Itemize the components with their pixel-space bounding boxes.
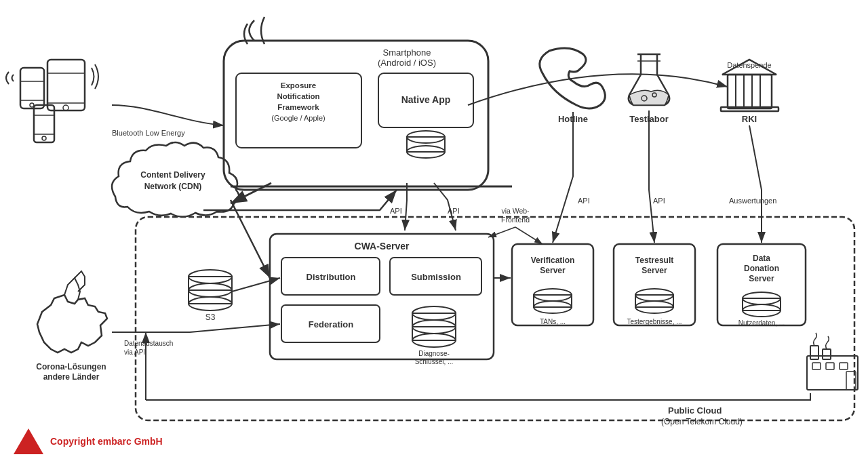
svg-text:S3: S3 xyxy=(205,313,216,322)
svg-text:Distribution: Distribution xyxy=(307,272,356,282)
svg-text:CWA-Server: CWA-Server xyxy=(355,241,410,252)
architecture-diagram: Public Cloud (Open Telekom Cloud) Smartp… xyxy=(0,0,868,461)
svg-text:Server: Server xyxy=(749,274,774,283)
svg-text:Exposure: Exposure xyxy=(281,81,316,89)
svg-text:Bluetooth Low Energy: Bluetooth Low Energy xyxy=(112,129,185,137)
svg-text:API: API xyxy=(390,207,402,215)
svg-text:(Android / iOS): (Android / iOS) xyxy=(378,58,436,68)
svg-text:Auswertungen: Auswertungen xyxy=(729,197,776,205)
svg-text:API: API xyxy=(448,207,460,215)
embarc-logo-triangle xyxy=(14,428,43,454)
svg-text:Data: Data xyxy=(753,254,770,263)
svg-text:API: API xyxy=(578,197,590,205)
svg-text:Notification: Notification xyxy=(277,92,319,100)
svg-text:TANs, ...: TANs, ... xyxy=(540,318,566,325)
svg-text:Server: Server xyxy=(540,266,566,275)
svg-text:(Google / Apple): (Google / Apple) xyxy=(271,114,326,122)
svg-text:(Open Telekom Cloud): (Open Telekom Cloud) xyxy=(661,417,743,426)
svg-text:Federation: Federation xyxy=(309,319,354,329)
svg-text:Submission: Submission xyxy=(411,272,461,282)
svg-text:Testresult: Testresult xyxy=(635,256,673,265)
svg-rect-0 xyxy=(0,0,868,461)
svg-text:Frontend: Frontend xyxy=(501,216,530,224)
svg-text:Datenspende: Datenspende xyxy=(727,61,771,69)
svg-text:andere Länder: andere Länder xyxy=(43,372,100,382)
svg-text:Testergebnisse, ...: Testergebnisse, ... xyxy=(627,318,682,325)
svg-text:via API: via API xyxy=(124,348,145,356)
svg-text:Framework: Framework xyxy=(277,103,319,111)
svg-text:Datenaustausch: Datenaustausch xyxy=(124,340,173,347)
copyright-text: Copyright embarc GmbH xyxy=(50,436,163,447)
svg-text:Schlüssel, ...: Schlüssel, ... xyxy=(415,358,454,365)
svg-text:Verification: Verification xyxy=(531,256,575,265)
svg-text:Native App: Native App xyxy=(401,94,451,105)
svg-text:Public Cloud: Public Cloud xyxy=(668,405,722,416)
svg-text:RKI: RKI xyxy=(742,114,757,124)
svg-text:Server: Server xyxy=(642,266,667,275)
footer: Copyright embarc GmbH xyxy=(14,428,163,454)
svg-text:Content Delivery: Content Delivery xyxy=(140,170,205,180)
svg-text:API: API xyxy=(653,197,665,205)
svg-text:via Web-: via Web- xyxy=(501,207,530,215)
svg-text:Corona-Lösungen: Corona-Lösungen xyxy=(36,362,106,372)
svg-text:Diagnose-: Diagnose- xyxy=(418,350,450,357)
svg-text:Nutzerdaten, ...: Nutzerdaten, ... xyxy=(738,319,785,327)
svg-text:Network (CDN): Network (CDN) xyxy=(144,182,202,191)
svg-text:Smartphone: Smartphone xyxy=(383,47,431,58)
svg-text:Donation: Donation xyxy=(744,264,779,273)
